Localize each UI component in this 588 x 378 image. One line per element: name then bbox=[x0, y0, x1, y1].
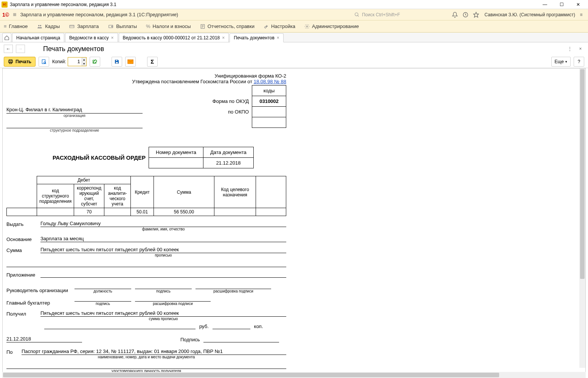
app-logo-icon: 1С bbox=[2, 2, 8, 8]
app-title: Зарплата и управление персоналом, редакц… bbox=[20, 12, 178, 17]
spin-down[interactable]: ▼ bbox=[82, 62, 86, 66]
save-button[interactable] bbox=[112, 57, 122, 67]
help-button[interactable]: ? bbox=[574, 57, 584, 67]
money-icon bbox=[69, 24, 75, 29]
tab-home-icon[interactable] bbox=[2, 33, 11, 42]
document-tabs: Начальная страница Ведомости в кассу× Ве… bbox=[0, 33, 588, 42]
copies-label: Копий: bbox=[52, 59, 66, 64]
svg-rect-6 bbox=[70, 25, 74, 28]
email-button[interactable] bbox=[125, 57, 136, 67]
menu-zarplata[interactable]: Зарплата bbox=[69, 23, 99, 29]
spin-up[interactable]: ▲ bbox=[82, 58, 86, 62]
preview-button[interactable] bbox=[39, 57, 49, 67]
wrench-icon bbox=[264, 24, 269, 29]
window-titlebar: 1С Зарплата и управление персоналом, ред… bbox=[0, 0, 588, 9]
wallet-icon bbox=[108, 24, 114, 29]
menu-nastroika[interactable]: Настройка bbox=[264, 23, 295, 29]
svg-rect-9 bbox=[112, 26, 113, 26]
sum-button[interactable]: Σ bbox=[147, 57, 158, 67]
report-icon bbox=[200, 24, 205, 29]
options-menu-button[interactable]: ≡ bbox=[577, 10, 586, 19]
current-user[interactable]: Савинская З.Ю. (Системный программист) bbox=[484, 12, 575, 17]
bell-icon[interactable] bbox=[450, 10, 459, 19]
svg-point-5 bbox=[40, 25, 42, 26]
page-close-icon[interactable]: × bbox=[577, 45, 584, 53]
brand-logo-icon: 1© bbox=[2, 12, 9, 18]
close-icon[interactable]: × bbox=[111, 35, 114, 40]
edit-button[interactable] bbox=[90, 57, 100, 67]
svg-marker-3 bbox=[474, 12, 479, 17]
svg-rect-22 bbox=[116, 60, 118, 61]
svg-line-20 bbox=[45, 63, 46, 64]
svg-point-4 bbox=[38, 25, 40, 26]
print-button[interactable]: Печать bbox=[4, 57, 36, 67]
svg-rect-8 bbox=[109, 25, 113, 28]
app-bar: 1© ≡ Зарплата и управление персоналом, р… bbox=[0, 9, 588, 20]
svg-rect-23 bbox=[116, 62, 118, 63]
more-button[interactable]: Еще▾ bbox=[551, 57, 571, 67]
gear-icon bbox=[304, 24, 310, 29]
menu-otchet[interactable]: Отчетность, справки bbox=[200, 23, 254, 29]
window-close-button[interactable]: ✕ bbox=[570, 0, 586, 9]
hamburger-menu-button[interactable]: ≡ bbox=[13, 11, 16, 18]
menu-icon: ≡ bbox=[4, 23, 7, 29]
window-minimize-button[interactable]: — bbox=[537, 0, 553, 9]
people-icon bbox=[37, 24, 43, 29]
page-header: ← → Печать документов ⋮ × bbox=[0, 42, 588, 55]
search-placeholder: Поиск Ctrl+Shift+F bbox=[362, 12, 400, 17]
svg-line-1 bbox=[358, 15, 359, 16]
copies-control: Копий: ▲▼ bbox=[52, 57, 87, 66]
page-title: Печать документов bbox=[43, 45, 104, 53]
window-title: Зарплата и управление персоналом, редакц… bbox=[10, 2, 537, 7]
svg-point-14 bbox=[306, 26, 308, 27]
menu-kadry[interactable]: Кадры bbox=[37, 23, 60, 29]
menu-admin[interactable]: Администрирование bbox=[304, 23, 359, 29]
menu-nalogi[interactable]: %Налоги и взносы bbox=[146, 23, 191, 29]
star-icon[interactable] bbox=[472, 10, 481, 19]
tab-home[interactable]: Начальная страница bbox=[12, 33, 64, 42]
window-maximize-button[interactable]: ☐ bbox=[553, 0, 570, 9]
tab-vedomost-doc[interactable]: Ведомость в кассу 0000-000012 от 21.12.2… bbox=[119, 33, 229, 42]
svg-point-0 bbox=[355, 12, 358, 16]
history-icon[interactable] bbox=[461, 10, 470, 19]
close-icon[interactable]: × bbox=[277, 35, 279, 40]
percent-icon: % bbox=[146, 23, 150, 29]
printer-icon bbox=[8, 59, 13, 64]
menu-main[interactable]: ≡Главное bbox=[4, 23, 28, 29]
page-menu-icon[interactable]: ⋮ bbox=[566, 45, 574, 53]
tab-print-documents[interactable]: Печать документов× bbox=[230, 33, 284, 42]
global-search-input[interactable]: Поиск Ctrl+Shift+F bbox=[354, 12, 449, 17]
tab-vedomosti[interactable]: Ведомости в кассу× bbox=[65, 33, 118, 42]
print-toolbar: Печать Копий: ▲▼ Σ Еще▾ ? bbox=[0, 55, 588, 68]
close-icon[interactable]: × bbox=[222, 35, 225, 40]
nav-back-button[interactable]: ← bbox=[4, 45, 13, 53]
main-menu: ≡Главное Кадры Зарплата Выплаты %Налоги … bbox=[0, 20, 588, 33]
menu-vyplaty[interactable]: Выплаты bbox=[108, 23, 137, 29]
nav-forward-button[interactable]: → bbox=[16, 45, 25, 53]
search-icon bbox=[354, 12, 360, 17]
